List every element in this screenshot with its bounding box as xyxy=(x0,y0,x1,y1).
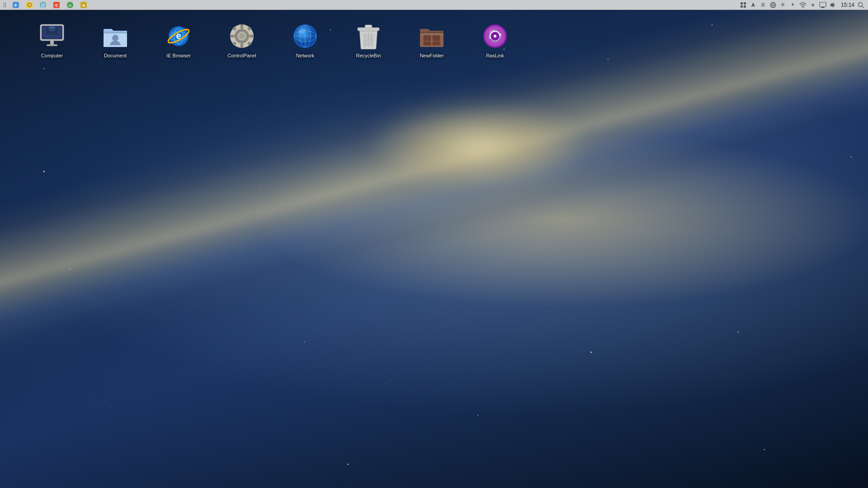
clock: 15:14 xyxy=(841,2,854,8)
app6-icon[interactable]: ★ xyxy=(80,1,87,9)
svg-rect-46 xyxy=(241,24,243,29)
svg-rect-21 xyxy=(820,2,826,7)
svg-rect-12 xyxy=(741,2,743,5)
document-icon-img xyxy=(101,22,130,51)
svg-text:IE: IE xyxy=(55,3,59,8)
search-menubar-icon[interactable] xyxy=(857,1,864,9)
svg-rect-70 xyxy=(424,35,431,41)
svg-text:F: F xyxy=(15,3,18,8)
network-icon-img xyxy=(291,22,320,51)
recyclebin-icon[interactable]: RecycleBin xyxy=(344,19,393,61)
svg-rect-47 xyxy=(241,43,243,48)
monitor-menubar-icon[interactable] xyxy=(819,1,826,9)
menubar-left:  F @ IE xyxy=(4,1,87,9)
computer-label: Computer xyxy=(41,52,63,59)
svg-rect-2 xyxy=(26,2,33,8)
controlpanel-label: ControlPanel xyxy=(227,52,256,59)
svg-line-26 xyxy=(862,6,864,8)
newfolder-icon-img xyxy=(417,22,446,51)
svg-text:@: @ xyxy=(41,3,46,8)
document-label: Document xyxy=(104,52,127,59)
app5-icon[interactable]: G xyxy=(66,1,74,9)
svg-rect-49 xyxy=(249,35,254,38)
ie-browser-label: IE Browser xyxy=(166,52,191,59)
newfolder-label: NewFolder xyxy=(420,52,443,59)
svg-rect-48 xyxy=(230,35,235,38)
raslink-icon[interactable]: RasLink xyxy=(470,19,520,61)
document-icon[interactable]: Document xyxy=(90,19,140,61)
lang-menubar-icon[interactable] xyxy=(769,1,777,9)
recyclebin-label: RecycleBin xyxy=(356,52,381,59)
svg-rect-13 xyxy=(744,2,746,5)
svg-rect-72 xyxy=(424,42,431,45)
apple-menu[interactable]:  xyxy=(4,1,6,9)
svg-text:★: ★ xyxy=(82,3,85,8)
asterisk-menubar-icon[interactable]: ✳ xyxy=(779,1,787,9)
menubar-right: A R ✳ ✦ + xyxy=(740,1,864,9)
desktop-icons-row: Computer Document xyxy=(0,10,868,70)
computer-icon-img xyxy=(38,22,66,51)
raslink-icon-img xyxy=(481,22,509,51)
svg-rect-14 xyxy=(741,5,743,8)
svg-rect-71 xyxy=(433,35,440,41)
svg-rect-73 xyxy=(433,42,440,45)
svg-text:G: G xyxy=(69,3,72,8)
app3-icon[interactable]: @ xyxy=(39,1,47,9)
menubar:  F @ IE xyxy=(0,0,868,10)
computer-icon[interactable]: Computer xyxy=(27,19,77,61)
finder-icon[interactable]: F xyxy=(12,1,19,9)
svg-rect-34 xyxy=(51,39,53,40)
desktop: Computer Document xyxy=(0,0,868,488)
star-menubar-icon[interactable]: ✦ xyxy=(789,1,797,9)
svg-rect-66 xyxy=(366,26,371,27)
svg-rect-31 xyxy=(47,28,57,34)
raslink-label: RasLink xyxy=(486,52,504,59)
network-icon[interactable]: Network xyxy=(280,19,330,61)
network-label: Network xyxy=(296,52,314,59)
svg-point-20 xyxy=(802,7,803,8)
svg-point-35 xyxy=(112,35,118,41)
svg-rect-32 xyxy=(50,41,54,44)
svg-text:e: e xyxy=(176,31,181,41)
grid-menubar-icon[interactable] xyxy=(740,1,747,9)
plus-menubar-icon[interactable]: + xyxy=(809,1,816,9)
app4-icon[interactable]: IE xyxy=(53,1,60,9)
recyclebin-icon-img xyxy=(354,22,383,51)
finder2-icon[interactable] xyxy=(26,1,33,9)
newfolder-icon[interactable]: NewFolder xyxy=(407,19,457,61)
svg-point-80 xyxy=(494,35,496,38)
controlpanel-icon-img xyxy=(227,22,256,51)
speaker-menubar-icon[interactable] xyxy=(829,1,836,9)
svg-rect-33 xyxy=(47,44,57,46)
svg-rect-15 xyxy=(744,5,746,8)
controlpanel-icon[interactable]: ControlPanel xyxy=(217,19,267,61)
a-menubar-icon[interactable]: A xyxy=(750,1,757,9)
ie-browser-icon-img: e xyxy=(164,22,193,51)
svg-marker-24 xyxy=(830,2,834,8)
svg-point-55 xyxy=(239,33,245,39)
ie-browser-icon[interactable]: e IE Browser xyxy=(154,19,203,61)
r-menubar-icon[interactable]: R xyxy=(760,1,767,9)
wifi-menubar-icon[interactable] xyxy=(799,1,807,9)
